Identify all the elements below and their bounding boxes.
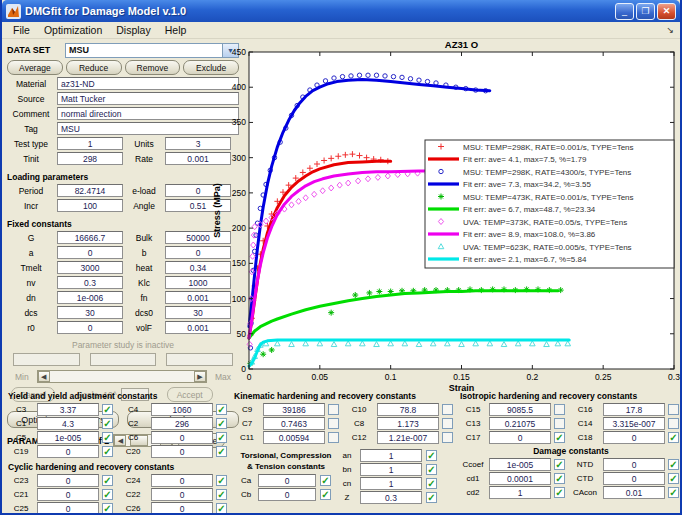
const-Z-checkbox[interactable]: ✓ [426,492,437,503]
reduce-button[interactable]: Reduce [66,60,122,75]
const-C19-checkbox[interactable]: ✓ [102,446,113,457]
const-cn-checkbox[interactable]: ✓ [426,478,437,489]
const-C5-input[interactable]: 1e-005 [37,431,99,444]
fixed-a-input[interactable]: 0 [57,246,123,259]
const-C7-input[interactable]: 0.7463 [263,417,325,430]
const-C23-checkbox[interactable]: ✓ [102,475,113,486]
fixed-r0-input[interactable]: 0 [57,321,123,334]
const-C4-input[interactable]: 1060 [151,403,213,416]
close-button[interactable]: ✕ [657,3,676,20]
const-C15-checkbox[interactable] [554,404,565,415]
const-C9-checkbox[interactable] [328,404,339,415]
average-button[interactable]: Average [7,60,63,75]
const-bn-input[interactable]: 1 [360,463,422,476]
loading-incr-input[interactable]: 100 [57,199,123,212]
fixed-dn-input[interactable]: 1e-006 [57,291,123,304]
const-Ccoef-input[interactable]: 1e-005 [489,458,551,471]
const-C5-checkbox[interactable]: ✓ [102,432,113,443]
fixed-dcs-input[interactable]: 30 [57,306,123,319]
minimize-button[interactable]: _ [615,3,634,20]
const-C11-input[interactable]: 0.00594 [263,431,325,444]
const-cd1-checkbox[interactable]: ✓ [554,473,565,484]
const-C9-input[interactable]: 39186 [263,403,325,416]
const-C17-checkbox[interactable]: ✓ [554,432,565,443]
const-C13-input[interactable]: 0.21075 [489,417,551,430]
const-C22-input[interactable]: 0 [151,488,213,501]
const-NTD-checkbox[interactable]: ✓ [668,459,679,470]
const-CTD-input[interactable]: 0 [603,472,665,485]
const-cd2-input[interactable]: 1 [489,486,551,499]
menu-help[interactable]: Help [158,23,194,37]
const-CAcon-checkbox[interactable]: ✓ [668,487,679,498]
const-C2-input[interactable]: 296 [151,417,213,430]
restore-button[interactable]: ❐ [636,3,655,20]
menu-display[interactable]: Display [109,23,157,37]
dataset-tinit-input[interactable]: 298 [57,152,123,165]
const-C24-checkbox[interactable]: ✓ [216,475,227,486]
const-C18-checkbox[interactable]: ✓ [668,432,679,443]
const-Cb-checkbox[interactable]: ✓ [320,489,331,500]
const-C3-input[interactable]: 3.37 [37,403,99,416]
const-C1-checkbox[interactable]: ✓ [102,418,113,429]
const-an-input[interactable]: 1 [360,449,422,462]
const-C22-checkbox[interactable]: ✓ [216,489,227,500]
const-C3-checkbox[interactable]: ✓ [102,404,113,415]
const-C25-input[interactable]: 0 [37,502,99,515]
const-C8-input[interactable]: 1.173 [377,417,439,430]
dock-arrow-icon[interactable]: ↘ [666,25,676,35]
const-C11-checkbox[interactable] [328,432,339,443]
const-C19-input[interactable]: 0 [37,445,99,458]
const-C7-checkbox[interactable] [328,418,339,429]
const-C23-input[interactable]: 0 [37,474,99,487]
const-C18-input[interactable]: 0 [603,431,665,444]
menu-file[interactable]: File [6,23,37,37]
const-C24-input[interactable]: 0 [151,474,213,487]
const-C2-checkbox[interactable]: ✓ [216,418,227,429]
const-CAcon-input[interactable]: 0.01 [603,486,665,499]
const-C13-checkbox[interactable] [554,418,565,429]
const-C21-input[interactable]: 0 [37,488,99,501]
const-Ca-checkbox[interactable]: ✓ [320,475,331,486]
const-C12-input[interactable]: 1.21e-007 [377,431,439,444]
const-cd2-checkbox[interactable]: ✓ [554,487,565,498]
const-C12-checkbox[interactable] [442,432,453,443]
loading-period-input[interactable]: 82.4714 [57,184,123,197]
const-C6-input[interactable]: 0 [151,431,213,444]
const-C17-input[interactable]: 0 [489,431,551,444]
const-C26-input[interactable]: 0 [151,502,213,515]
const-Cb-input[interactable]: 0 [258,488,316,501]
const-C26-checkbox[interactable]: ✓ [216,503,227,514]
const-C1-input[interactable]: 4.3 [37,417,99,430]
title-bar[interactable]: DMGfit for Damage Model v.1.0 _ ❐ ✕ [2,0,680,22]
const-C14-checkbox[interactable] [668,418,679,429]
const-C21-checkbox[interactable]: ✓ [102,489,113,500]
const-C8-checkbox[interactable] [442,418,453,429]
const-cn-input[interactable]: 1 [360,477,422,490]
menu-optimization[interactable]: Optimization [37,23,109,37]
const-C15-input[interactable]: 9085.5 [489,403,551,416]
const-C16-input[interactable]: 17.8 [603,403,665,416]
const-C10-checkbox[interactable] [442,404,453,415]
loading-angle-label: Angle [125,201,163,211]
const-C4-checkbox[interactable]: ✓ [216,404,227,415]
const-NTD-input[interactable]: 0 [603,458,665,471]
const-cd1-input[interactable]: 0.0001 [489,472,551,485]
fixed-nv-input[interactable]: 0.3 [57,276,123,289]
const-bn-checkbox[interactable]: ✓ [426,464,437,475]
const-Ccoef-checkbox[interactable]: ✓ [554,459,565,470]
const-C20-checkbox[interactable]: ✓ [216,446,227,457]
const-C16-checkbox[interactable] [668,404,679,415]
const-CTD-checkbox[interactable]: ✓ [668,473,679,484]
const-C10-input[interactable]: 78.8 [377,403,439,416]
const-Z-input[interactable]: 0.3 [360,491,422,504]
fixed-tmelt-input[interactable]: 3000 [57,261,123,274]
const-an-checkbox[interactable]: ✓ [426,450,437,461]
dataset-test type-input[interactable]: 1 [57,137,123,150]
const-C14-input[interactable]: 3.315e-007 [603,417,665,430]
const-Ca-input[interactable]: 0 [258,474,316,487]
const-C6-checkbox[interactable]: ✓ [216,432,227,443]
remove-button[interactable]: Remove [125,60,181,75]
const-C20-input[interactable]: 0 [151,445,213,458]
fixed-g-input[interactable]: 16666.7 [57,231,123,244]
const-C25-checkbox[interactable]: ✓ [102,503,113,514]
